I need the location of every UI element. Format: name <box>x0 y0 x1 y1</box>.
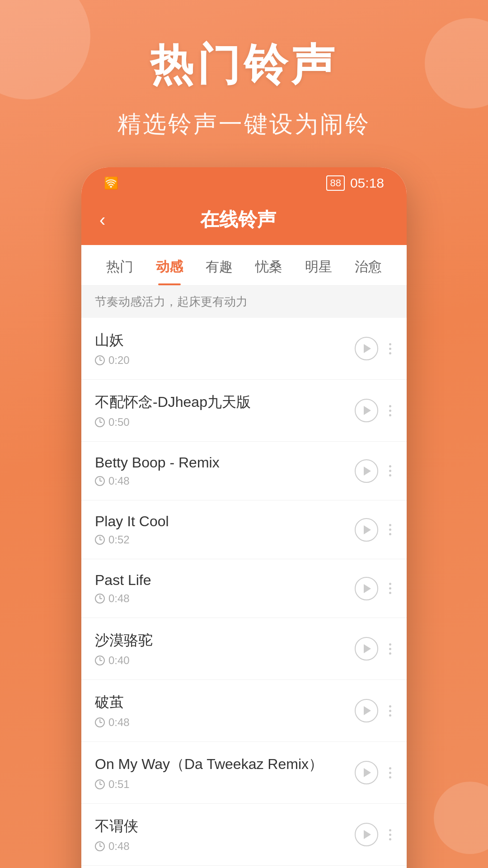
song-info-6: 沙漠骆驼 0:40 <box>95 631 355 667</box>
song-info-8: On My Way（Da Tweekaz Remix） 0:51 <box>95 755 355 791</box>
song-duration-6: 0:40 <box>95 654 355 667</box>
song-name-5: Past Life <box>95 572 355 589</box>
clock-icon-5 <box>95 594 105 604</box>
wifi-icon: 🛜 <box>104 176 118 190</box>
battery-icon: 88 <box>326 175 344 191</box>
clock-icon-3 <box>95 476 105 486</box>
phone-mockup: 🛜 88 05:18 ‹ 在线铃声 热门 动感 有趣 忧桑 明星 治愈 节奏动感… <box>81 167 407 868</box>
song-actions-2 <box>355 399 393 422</box>
song-info-7: 破茧 0:48 <box>95 693 355 729</box>
song-name-1: 山妖 <box>95 330 355 350</box>
play-button-5[interactable] <box>355 577 378 600</box>
song-item-4[interactable]: Play It Cool 0:52 <box>81 500 407 559</box>
song-item-2[interactable]: 不配怀念-DJheap九天版 0:50 <box>81 380 407 442</box>
song-duration-5: 0:48 <box>95 592 355 605</box>
more-button-9[interactable] <box>387 826 393 844</box>
song-info-1: 山妖 0:20 <box>95 330 355 367</box>
play-button-8[interactable] <box>355 761 378 784</box>
song-duration-2: 0:50 <box>95 416 355 429</box>
tab-fun[interactable]: 有趣 <box>194 245 244 285</box>
phone-wrapper: 🛜 88 05:18 ‹ 在线铃声 热门 动感 有趣 忧桑 明星 治愈 节奏动感… <box>0 167 488 868</box>
app-header: ‹ 在线铃声 <box>81 196 407 245</box>
song-list: 山妖 0:20 不配怀念-DJheap九天版 <box>81 318 407 868</box>
status-time: 05:18 <box>350 175 384 191</box>
song-actions-9 <box>355 823 393 846</box>
song-name-2: 不配怀念-DJheap九天版 <box>95 392 355 412</box>
song-actions-3 <box>355 459 393 483</box>
song-duration-8: 0:51 <box>95 778 355 791</box>
tab-heal[interactable]: 治愈 <box>343 245 393 285</box>
song-info-2: 不配怀念-DJheap九天版 0:50 <box>95 392 355 429</box>
song-item-3[interactable]: Betty Boop - Remix 0:48 <box>81 442 407 500</box>
clock-icon-9 <box>95 841 105 851</box>
play-button-6[interactable] <box>355 637 378 660</box>
song-duration-1: 0:20 <box>95 354 355 367</box>
song-item-1[interactable]: 山妖 0:20 <box>81 318 407 380</box>
more-button-3[interactable] <box>387 462 393 480</box>
more-button-7[interactable] <box>387 702 393 720</box>
song-duration-4: 0:52 <box>95 533 355 546</box>
play-button-1[interactable] <box>355 337 378 360</box>
status-right: 88 05:18 <box>326 175 384 191</box>
clock-icon-8 <box>95 779 105 789</box>
play-button-4[interactable] <box>355 518 378 542</box>
song-actions-1 <box>355 337 393 360</box>
more-button-8[interactable] <box>387 764 393 782</box>
song-info-3: Betty Boop - Remix 0:48 <box>95 454 355 487</box>
song-duration-3: 0:48 <box>95 475 355 487</box>
song-name-3: Betty Boop - Remix <box>95 454 355 471</box>
clock-icon-2 <box>95 417 105 427</box>
song-actions-7 <box>355 699 393 722</box>
song-item-5[interactable]: Past Life 0:48 <box>81 559 407 618</box>
play-button-9[interactable] <box>355 823 378 846</box>
song-item-10[interactable]: 接着奏乐 0:48 <box>81 866 407 868</box>
song-actions-5 <box>355 577 393 600</box>
category-banner: 节奏动感活力，起床更有动力 <box>81 286 407 318</box>
clock-icon-4 <box>95 535 105 545</box>
song-name-8: On My Way（Da Tweekaz Remix） <box>95 755 355 774</box>
play-button-2[interactable] <box>355 399 378 422</box>
more-button-5[interactable] <box>387 579 393 598</box>
song-item-9[interactable]: 不谓侠 0:48 <box>81 804 407 866</box>
song-item-6[interactable]: 沙漠骆驼 0:40 <box>81 618 407 680</box>
song-item-7[interactable]: 破茧 0:48 <box>81 680 407 742</box>
song-item-8[interactable]: On My Way（Da Tweekaz Remix） 0:51 <box>81 742 407 804</box>
play-button-3[interactable] <box>355 459 378 483</box>
song-name-7: 破茧 <box>95 693 355 712</box>
clock-icon-6 <box>95 656 105 665</box>
song-info-5: Past Life 0:48 <box>95 572 355 605</box>
tab-dynamic[interactable]: 动感 <box>145 245 194 285</box>
hero-title: 热门铃声 <box>27 36 461 95</box>
song-info-4: Play It Cool 0:52 <box>95 513 355 546</box>
clock-icon-1 <box>95 355 105 365</box>
tab-hot[interactable]: 热门 <box>95 245 145 285</box>
song-actions-8 <box>355 761 393 784</box>
more-button-4[interactable] <box>387 520 393 539</box>
song-info-9: 不谓侠 0:48 <box>95 816 355 853</box>
back-button[interactable]: ‹ <box>99 211 105 229</box>
more-button-1[interactable] <box>387 340 393 358</box>
tab-star[interactable]: 明星 <box>294 245 343 285</box>
song-name-6: 沙漠骆驼 <box>95 631 355 651</box>
hero-subtitle: 精选铃声一键设为闹铃 <box>27 108 461 140</box>
tabs-bar: 热门 动感 有趣 忧桑 明星 治愈 <box>81 245 407 286</box>
page-title: 在线铃声 <box>114 207 361 232</box>
tab-melancholy[interactable]: 忧桑 <box>244 245 294 285</box>
status-bar: 🛜 88 05:18 <box>81 167 407 196</box>
song-duration-9: 0:48 <box>95 840 355 853</box>
song-name-4: Play It Cool <box>95 513 355 530</box>
song-duration-7: 0:48 <box>95 716 355 729</box>
song-name-9: 不谓侠 <box>95 816 355 836</box>
more-button-2[interactable] <box>387 401 393 420</box>
song-actions-4 <box>355 518 393 542</box>
song-actions-6 <box>355 637 393 660</box>
clock-icon-7 <box>95 717 105 727</box>
more-button-6[interactable] <box>387 640 393 658</box>
play-button-7[interactable] <box>355 699 378 722</box>
